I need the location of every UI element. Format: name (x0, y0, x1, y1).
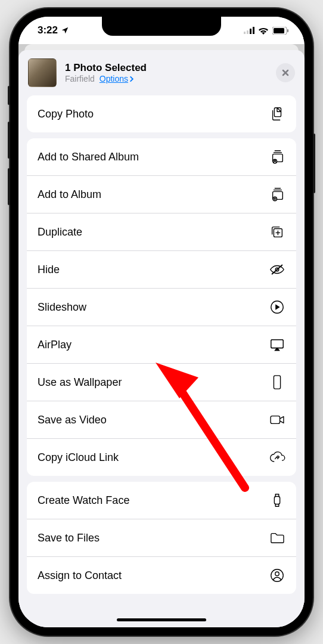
svg-rect-6 (287, 29, 288, 32)
duplicate-icon (269, 224, 285, 240)
close-icon (281, 69, 290, 77)
location-icon (61, 26, 69, 35)
action-label: Copy Photo (38, 108, 94, 120)
action-label: AirPlay (38, 339, 72, 351)
action-label: Use as Wallpaper (38, 376, 122, 389)
photo-thumbnail[interactable] (28, 58, 57, 87)
svg-rect-2 (250, 29, 251, 34)
status-indicators (244, 27, 289, 35)
chevron-right-icon (129, 76, 134, 82)
phone-screen: 3:22 1 Photo Selected Fairfield Opti (18, 17, 305, 627)
svg-rect-18 (274, 376, 280, 389)
action-label: Create Watch Face (38, 494, 129, 507)
folder-icon (269, 530, 285, 546)
action-save-video[interactable]: Save as Video (27, 401, 296, 439)
action-assign-contact[interactable]: Assign to Contact (27, 557, 296, 594)
action-group: Create Watch FaceSave to FilesAssign to … (27, 482, 296, 594)
action-label: Duplicate (38, 226, 82, 239)
action-label: Assign to Contact (38, 569, 122, 582)
sheet-header: 1 Photo Selected Fairfield Options (18, 50, 305, 95)
svg-rect-5 (274, 28, 284, 33)
copy-doc-icon (269, 106, 285, 122)
action-copy-photo[interactable]: Copy Photo (27, 95, 296, 132)
action-icloud-link[interactable]: Copy iCloud Link (27, 439, 296, 476)
action-add-shared-album[interactable]: Add to Shared Album (27, 138, 296, 176)
volume-up-button (8, 122, 10, 159)
svg-rect-1 (247, 30, 249, 34)
action-airplay[interactable]: AirPlay (27, 326, 296, 364)
battery-icon (272, 27, 289, 35)
action-label: Add to Album (38, 188, 101, 201)
action-group: Add to Shared AlbumAdd to AlbumDuplicate… (27, 138, 296, 476)
action-label: Copy iCloud Link (38, 451, 119, 464)
eye-slash-icon (269, 261, 285, 278)
action-hide[interactable]: Hide (27, 251, 296, 289)
action-label: Save to Files (38, 532, 100, 544)
action-slideshow[interactable]: Slideshow (27, 289, 296, 326)
svg-rect-7 (274, 108, 281, 117)
notch (102, 17, 221, 36)
action-wallpaper[interactable]: Use as Wallpaper (27, 364, 296, 401)
status-time: 3:22 (38, 24, 58, 36)
share-sheet: 1 Photo Selected Fairfield Options Copy … (18, 50, 305, 627)
play-circle-icon (269, 299, 285, 315)
add-album-icon (269, 186, 285, 203)
cellular-icon (244, 27, 254, 34)
shared-album-icon (269, 148, 285, 165)
airplay-icon (269, 336, 285, 353)
volume-down-button (8, 168, 10, 205)
wifi-icon (258, 27, 269, 35)
svg-rect-3 (253, 27, 254, 34)
contact-icon (269, 567, 285, 584)
action-label: Hide (38, 264, 60, 276)
action-save-files[interactable]: Save to Files (27, 519, 296, 557)
svg-rect-0 (244, 32, 246, 34)
svg-rect-19 (271, 416, 279, 424)
action-label: Add to Shared Album (38, 151, 139, 163)
close-button[interactable] (276, 63, 295, 82)
sheet-title: 1 Photo Selected (65, 62, 268, 74)
action-add-album[interactable]: Add to Album (27, 176, 296, 213)
power-button (313, 134, 315, 193)
sheet-subtitle: Fairfield (65, 74, 95, 83)
action-label: Slideshow (38, 301, 86, 314)
svg-rect-20 (274, 497, 279, 504)
watch-icon (269, 492, 285, 509)
action-duplicate[interactable]: Duplicate (27, 213, 296, 251)
video-cam-icon (269, 411, 285, 428)
phone-rect-icon (269, 374, 285, 391)
cloud-link-icon (269, 449, 285, 466)
silence-switch (8, 86, 10, 105)
phone-frame: 3:22 1 Photo Selected Fairfield Opti (10, 8, 313, 636)
svg-point-22 (275, 572, 279, 576)
action-watch-face[interactable]: Create Watch Face (27, 482, 296, 519)
action-label: Save as Video (38, 414, 107, 426)
action-groups[interactable]: Copy PhotoAdd to Shared AlbumAdd to Albu… (18, 95, 305, 627)
action-group: Copy Photo (27, 95, 296, 132)
options-link[interactable]: Options (100, 74, 134, 83)
home-indicator[interactable] (117, 618, 206, 621)
